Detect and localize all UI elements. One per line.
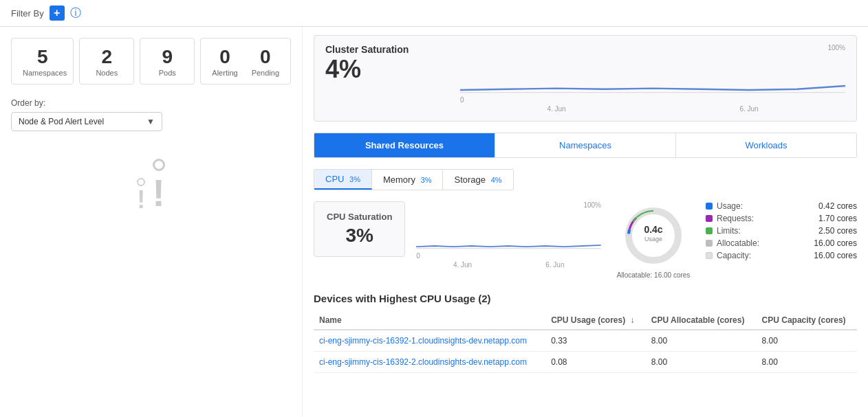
tab-memory[interactable]: Memory 3% bbox=[372, 170, 443, 190]
namespaces-value: 5 bbox=[23, 45, 62, 69]
tab-shared-resources[interactable]: Shared Resources bbox=[314, 133, 495, 157]
device-cpu-alloc: 8.00 bbox=[646, 330, 757, 352]
svg-text:Usage: Usage bbox=[644, 236, 662, 243]
allocatable-dot bbox=[706, 240, 713, 247]
devices-title: Devices with Highest CPU Usage (2) bbox=[314, 293, 857, 304]
usage-label: Usage: bbox=[717, 201, 805, 211]
legend-capacity: Capacity: 16.00 cores bbox=[706, 251, 857, 260]
right-panel: Cluster Saturation 4% 100% 0 4. Jun 6. J… bbox=[303, 27, 868, 416]
cpu-sat-card-title: CPU Saturation bbox=[327, 212, 392, 222]
cpu-chart-area: 100% 0 4. Jun 6. Jun bbox=[416, 201, 601, 269]
chevron-down-icon: ▼ bbox=[147, 117, 155, 126]
exclamation-icon-small: ! bbox=[137, 188, 145, 212]
tab-workloads[interactable]: Workloads bbox=[676, 133, 856, 157]
help-icon[interactable]: ⓘ bbox=[70, 6, 81, 21]
usage-dot bbox=[706, 203, 713, 210]
pods-value: 9 bbox=[151, 45, 183, 69]
memory-tab-label: Memory bbox=[383, 174, 415, 185]
cluster-chart-x1: 4. Jun bbox=[547, 105, 565, 113]
tab-storage[interactable]: Storage 4% bbox=[443, 170, 512, 190]
device-cpu-alloc: 8.00 bbox=[646, 352, 757, 373]
main-layout: 5 Namespaces 2 Nodes 9 Pods 0 Alerting 0… bbox=[0, 27, 868, 416]
cpu-tab-label: CPU bbox=[325, 174, 344, 184]
cpu-donut-svg: 0.4c Usage bbox=[619, 201, 688, 270]
allocatable-label: Allocatable: bbox=[717, 238, 805, 248]
circle-icon-small bbox=[137, 178, 145, 186]
order-by-dropdown[interactable]: Node & Pod Alert Level ▼ bbox=[11, 112, 162, 131]
tab-namespaces[interactable]: Namespaces bbox=[495, 133, 676, 157]
cluster-sat-pct: 4% bbox=[325, 55, 449, 84]
device-cpu-cap: 8.00 bbox=[757, 330, 857, 352]
namespaces-stat: 5 Namespaces bbox=[11, 38, 74, 84]
legend-allocatable: Allocatable: 16.00 cores bbox=[706, 238, 857, 248]
legend-limits: Limits: 2.50 cores bbox=[706, 226, 857, 236]
exclamation-icon: ! bbox=[152, 174, 165, 212]
pods-stat: 9 Pods bbox=[140, 38, 195, 84]
col-cpu-usage: CPU Usage (cores) ↓ bbox=[545, 311, 646, 330]
table-row: ci-eng-sjimmy-cis-16392-2.cloudinsights-… bbox=[314, 352, 857, 373]
order-by-value: Node & Pod Alert Level bbox=[19, 117, 104, 126]
col-name: Name bbox=[314, 311, 545, 330]
cpu-chart-0-label: 0 bbox=[416, 252, 601, 260]
nodes-value: 2 bbox=[91, 45, 122, 69]
main-tabs: Shared Resources Namespaces Workloads bbox=[314, 133, 857, 158]
capacity-dot bbox=[706, 252, 713, 259]
cluster-chart-x2: 6. Jun bbox=[739, 105, 758, 113]
pending-label: Pending bbox=[252, 69, 279, 77]
device-name-link[interactable]: ci-eng-sjimmy-cis-16392-2.cloudinsights-… bbox=[314, 352, 545, 373]
cpu-saturation-section: CPU Saturation 3% 100% 0 4. Jun 6. Jun bbox=[314, 201, 857, 279]
cluster-chart-area: 100% 0 4. Jun 6. Jun bbox=[460, 44, 845, 113]
top-bar: Filter By + ⓘ bbox=[0, 0, 868, 27]
cpu-sat-card-pct: 3% bbox=[327, 225, 392, 247]
empty-illustration: ! ! bbox=[11, 159, 291, 212]
cluster-sat-title: Cluster Saturation bbox=[325, 44, 449, 55]
alerting-value: 0 bbox=[212, 45, 237, 69]
cpu-sat-card: CPU Saturation 3% bbox=[314, 201, 405, 257]
sub-tabs: CPU 3% Memory 3% Storage 4% bbox=[314, 169, 514, 190]
requests-value: 1.70 cores bbox=[809, 214, 857, 223]
storage-tab-label: Storage bbox=[454, 174, 486, 185]
requests-label: Requests: bbox=[717, 214, 805, 223]
legend-usage: Usage: 0.42 cores bbox=[706, 201, 857, 211]
devices-table: Name CPU Usage (cores) ↓ CPU Allocatable… bbox=[314, 311, 857, 373]
cluster-sat-info: Cluster Saturation 4% bbox=[325, 44, 449, 84]
nodes-stat: 2 Nodes bbox=[79, 38, 134, 84]
capacity-value: 16.00 cores bbox=[809, 251, 857, 260]
order-by-label: Order by: bbox=[11, 98, 291, 108]
pods-label: Pods bbox=[151, 69, 183, 77]
chart-0-label: 0 bbox=[460, 96, 845, 104]
usage-value: 0.42 cores bbox=[809, 201, 857, 211]
sort-icon[interactable]: ↓ bbox=[631, 315, 635, 325]
limits-dot bbox=[706, 227, 713, 234]
alerts-stat: 0 Alerting 0 Pending bbox=[200, 38, 291, 84]
circle-icon bbox=[153, 159, 165, 171]
nodes-label: Nodes bbox=[91, 69, 122, 77]
cpu-chart-x1: 4. Jun bbox=[453, 261, 472, 269]
chart-100-label: 100% bbox=[460, 44, 845, 52]
allocatable-value: 16.00 cores bbox=[809, 238, 857, 248]
table-row: ci-eng-sjimmy-cis-16392-1.cloudinsights-… bbox=[314, 330, 857, 352]
cluster-saturation-card: Cluster Saturation 4% 100% 0 4. Jun 6. J… bbox=[314, 35, 857, 122]
cpu-chart-svg bbox=[416, 209, 601, 250]
requests-dot bbox=[706, 215, 713, 222]
cpu-legend: Usage: 0.42 cores Requests: 1.70 cores L… bbox=[706, 201, 857, 260]
filter-by-label: Filter By bbox=[11, 8, 44, 19]
device-cpu-cap: 8.00 bbox=[757, 352, 857, 373]
limits-label: Limits: bbox=[717, 226, 805, 236]
capacity-label: Capacity: bbox=[717, 251, 805, 260]
stats-row: 5 Namespaces 2 Nodes 9 Pods 0 Alerting 0… bbox=[11, 38, 291, 84]
cpu-tab-badge: 3% bbox=[349, 175, 360, 183]
tab-cpu[interactable]: CPU 3% bbox=[314, 170, 372, 190]
add-filter-button[interactable]: + bbox=[50, 5, 65, 21]
svg-text:0.4c: 0.4c bbox=[644, 224, 662, 235]
col-cpu-cap: CPU Capacity (cores) bbox=[757, 311, 857, 330]
cluster-chart-svg bbox=[460, 53, 845, 94]
device-name-link[interactable]: ci-eng-sjimmy-cis-16392-1.cloudinsights-… bbox=[314, 330, 545, 352]
cpu-donut-area: 0.4c Usage Allocatable: 16.00 cores bbox=[612, 201, 695, 279]
legend-requests: Requests: 1.70 cores bbox=[706, 214, 857, 223]
left-panel: 5 Namespaces 2 Nodes 9 Pods 0 Alerting 0… bbox=[0, 27, 303, 416]
namespaces-label: Namespaces bbox=[23, 69, 62, 77]
device-cpu-usage: 0.33 bbox=[545, 330, 646, 352]
pending-value: 0 bbox=[252, 45, 279, 69]
alerting-label: Alerting bbox=[212, 69, 237, 77]
